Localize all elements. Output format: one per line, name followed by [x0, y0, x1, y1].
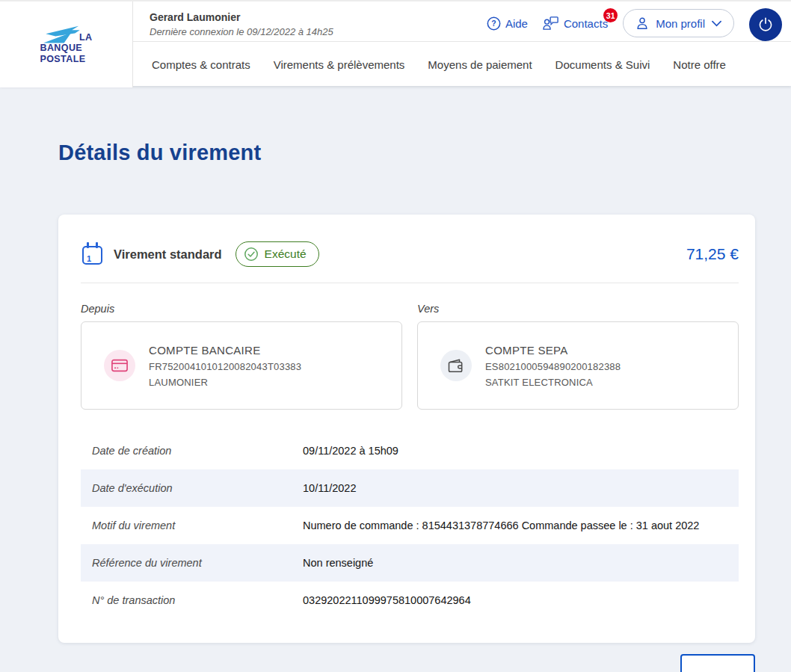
from-account-column: Depuis COMPTE BANCAIRE FR752004101012008…: [81, 303, 402, 410]
aide-link[interactable]: ? Aide: [487, 16, 528, 31]
from-label: Depuis: [81, 303, 402, 315]
logo-text: LA BANQUE POSTALE: [40, 25, 93, 64]
transfer-amount: 71,25 €: [686, 245, 739, 263]
person-icon: [635, 16, 649, 30]
details-table: Date de création 09/11/2022 à 15h09 Date…: [81, 432, 739, 619]
detail-value: Numero de commande : 8154431378774666 Co…: [303, 520, 699, 531]
detail-label: Référence du virement: [81, 557, 303, 569]
calendar-day: 1: [87, 254, 91, 263]
from-account-icon-circle: [104, 350, 135, 381]
from-account-title: COMPTE BANCAIRE: [149, 344, 301, 357]
check-circle-icon: [244, 247, 259, 262]
last-connection: Dernière connexion le 09/12/2022 à 14h25: [150, 26, 333, 37]
to-label: Vers: [417, 303, 739, 315]
chevron-down-icon: [712, 20, 721, 27]
contacts-label: Contacts: [564, 17, 608, 30]
power-icon: [757, 16, 774, 33]
from-account-iban: FR7520041010120082043T03383: [149, 361, 301, 372]
transfer-type-label: Virement standard: [114, 247, 222, 262]
card-divider: [81, 283, 739, 283]
contacts-icon: [543, 16, 559, 31]
nav-virements-prelevements[interactable]: Virements & prélèvements: [274, 58, 405, 71]
detail-row-reference: Référence du virement Non renseigné: [81, 544, 739, 582]
detail-row-date-execution: Date d'exécution 10/11/2022: [81, 469, 739, 507]
to-account-texts: COMPTE SEPA ES8021000594890200182388 SAT…: [485, 344, 621, 388]
detail-value: Non renseigné: [303, 557, 373, 569]
detail-label: Date de création: [81, 445, 303, 457]
to-account-column: Vers COMPTE SEPA ES802100059489020018238…: [417, 303, 739, 410]
la-poste-bird-icon: [43, 25, 82, 44]
detail-value: 0329202211099975810007642964: [303, 594, 471, 606]
detail-label: Date d'exécution: [81, 482, 303, 494]
wallet-icon: [448, 359, 464, 373]
la-banque-postale-logo[interactable]: LA BANQUE POSTALE: [0, 1, 133, 87]
contacts-link[interactable]: Contacts 31: [543, 16, 608, 31]
main-content: Détails du virement 1 Virement standard …: [0, 86, 791, 672]
detail-row-date-creation: Date de création 09/11/2022 à 15h09: [81, 432, 739, 469]
user-name: Gerard Laumonier: [150, 11, 333, 23]
mon-profil-label: Mon profil: [656, 17, 705, 30]
logout-power-button[interactable]: [749, 8, 782, 41]
detail-row-transaction: N° de transaction 0329202211099975810007…: [81, 582, 739, 619]
question-circle-icon: ?: [487, 16, 501, 31]
detail-value: 09/11/2022 à 15h09: [303, 445, 398, 457]
detail-label: N° de transaction: [81, 594, 303, 606]
from-account-holder: LAUMONIER: [149, 377, 301, 388]
to-account-icon-circle: [440, 350, 472, 381]
user-info: Gerard Laumonier Dernière connexion le 0…: [150, 11, 333, 37]
mon-profil-button[interactable]: Mon profil: [623, 9, 734, 37]
logo-line-la: LA: [79, 32, 92, 43]
nav-documents-suivi[interactable]: Documents & Suivi: [555, 58, 650, 71]
transfer-summary-row: 1 Virement standard Exécuté 71,25 €: [81, 241, 739, 267]
to-account-holder: SATKIT ELECTRONICA: [485, 377, 621, 388]
header-actions: ? Aide Contacts 31 Mon prof: [487, 5, 782, 41]
to-account-iban: ES8021000594890200182388: [485, 361, 621, 372]
status-label: Exécuté: [265, 247, 307, 261]
logo-line-postale: POSTALE: [40, 54, 93, 64]
from-account-card: COMPTE BANCAIRE FR7520041010120082043T03…: [81, 321, 402, 410]
nav-moyens-paiement[interactable]: Moyens de paiement: [428, 58, 532, 71]
transfer-details-card: 1 Virement standard Exécuté 71,25 € Depu…: [58, 215, 755, 643]
page: LA BANQUE POSTALE Gerard Laumonier Derni…: [0, 0, 791, 672]
aide-label: Aide: [505, 17, 528, 30]
nav-comptes-contrats[interactable]: Comptes & contrats: [152, 58, 250, 71]
nav-notre-offre[interactable]: Notre offre: [673, 58, 726, 71]
to-account-title: COMPTE SEPA: [485, 344, 621, 357]
accounts-section: Depuis COMPTE BANCAIRE FR752004101012008…: [81, 303, 739, 410]
header: LA BANQUE POSTALE Gerard Laumonier Derni…: [0, 0, 791, 86]
svg-text:?: ?: [491, 19, 496, 28]
card-footer-actions: [58, 654, 755, 672]
detail-row-motif: Motif du virement Numero de commande : 8…: [81, 507, 739, 544]
credit-card-icon: [111, 359, 128, 372]
to-account-card: COMPTE SEPA ES8021000594890200182388 SAT…: [417, 321, 739, 410]
logo-line-banque: BANQUE: [40, 43, 93, 53]
calendar-icon: 1: [82, 246, 102, 265]
contacts-count-badge: 31: [603, 8, 618, 22]
status-badge: Exécuté: [236, 241, 319, 267]
from-account-texts: COMPTE BANCAIRE FR7520041010120082043T03…: [149, 344, 301, 388]
detail-value: 10/11/2022: [303, 482, 357, 494]
detail-label: Motif du virement: [81, 520, 303, 531]
bottom-action-button[interactable]: [680, 654, 755, 672]
main-nav: Comptes & contrats Virements & prélèveme…: [133, 41, 791, 87]
page-title: Détails du virement: [58, 141, 791, 165]
